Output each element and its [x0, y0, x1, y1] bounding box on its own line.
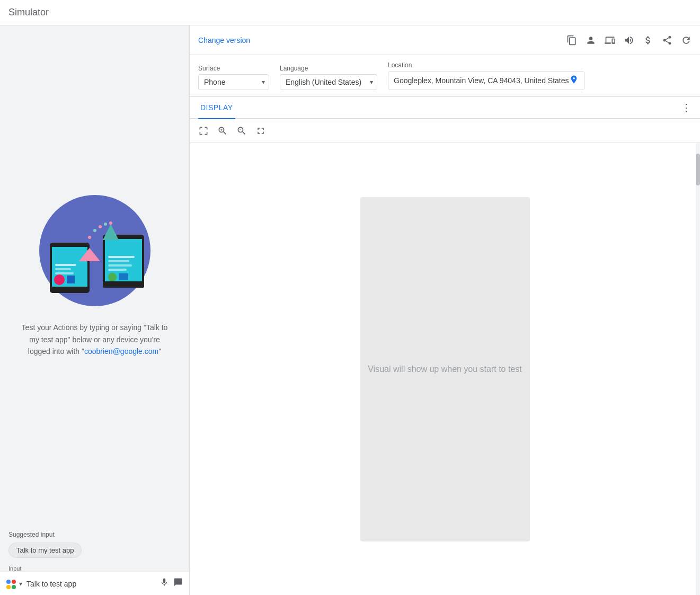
ga-dot-yellow	[6, 585, 11, 589]
dollar-icon[interactable]	[643, 35, 653, 46]
input-field[interactable]	[26, 580, 155, 588]
user-email: coobrien@google.com	[84, 347, 158, 356]
fit-screen-button[interactable]	[196, 123, 211, 138]
svg-rect-15	[108, 269, 127, 271]
copy-icon[interactable]	[566, 35, 577, 46]
ga-dot-red	[12, 580, 16, 584]
svg-rect-6	[55, 272, 74, 274]
suggested-input-label: Suggested input	[8, 531, 181, 538]
display-tabs: DISPLAY ⋮	[190, 97, 700, 119]
svg-rect-13	[108, 260, 129, 262]
dropdown-arrow[interactable]: ▾	[19, 580, 22, 588]
location-label: Location	[388, 61, 584, 69]
svg-rect-3	[50, 287, 90, 291]
fullscreen-button[interactable]	[253, 123, 268, 138]
phone-mockup: Visual will show up when you start to te…	[360, 197, 530, 541]
main-layout: Test your Actions by typing or saying "T…	[0, 25, 700, 595]
location-field: Googleplex, Mountain View, CA 94043, Uni…	[388, 71, 584, 90]
share-icon[interactable]	[662, 35, 672, 46]
svg-rect-4	[55, 264, 76, 266]
language-select-wrapper: English (United States) English (UK) Fre…	[280, 74, 377, 90]
ga-dot-green	[12, 585, 16, 589]
svg-rect-8	[67, 276, 75, 283]
left-panel: Test your Actions by typing or saying "T…	[0, 25, 190, 595]
assistant-icon[interactable]	[6, 580, 15, 588]
language-select[interactable]: English (United States) English (UK) Fre…	[280, 74, 377, 90]
input-section-label: Input	[0, 562, 189, 572]
display-area: Visual will show up when you start to te…	[190, 143, 700, 595]
svg-point-16	[108, 273, 117, 281]
svg-point-22	[99, 225, 102, 228]
svg-rect-14	[108, 264, 132, 267]
description-text: Test your Actions by typing or saying "T…	[21, 322, 169, 357]
svg-point-23	[104, 223, 107, 226]
surface-select[interactable]: Phone Smart Display Smart Speaker	[198, 74, 269, 90]
right-panel: Change version	[190, 25, 700, 595]
refresh-icon[interactable]	[681, 35, 692, 46]
language-label: Language	[280, 65, 377, 72]
caption-icon[interactable]	[173, 578, 183, 590]
zoom-out-button[interactable]	[234, 123, 249, 138]
display-placeholder: Visual will show up when you start to te…	[368, 365, 522, 374]
simulator-illustration	[37, 192, 153, 309]
suggested-input-section: Suggested input Talk to my test app	[0, 525, 189, 562]
mic-icon[interactable]	[160, 578, 169, 590]
more-options-icon[interactable]: ⋮	[681, 101, 692, 114]
location-value: Googleplex, Mountain View, CA 94043, Uni…	[394, 76, 569, 85]
devices-icon[interactable]	[605, 35, 615, 46]
svg-point-20	[88, 236, 91, 239]
language-group: Language English (United States) English…	[280, 65, 377, 90]
surface-group: Surface Phone Smart Display Smart Speake…	[198, 65, 269, 90]
top-bar: Simulator	[0, 0, 700, 25]
settings-bar: Surface Phone Smart Display Smart Speake…	[190, 55, 700, 97]
volume-icon[interactable]	[624, 35, 634, 46]
svg-rect-17	[119, 273, 128, 280]
tab-display[interactable]: DISPLAY	[198, 97, 235, 119]
change-version-button[interactable]: Change version	[198, 36, 250, 45]
scrollbar-thumb	[696, 154, 700, 185]
left-panel-content: Test your Actions by typing or saying "T…	[0, 25, 189, 525]
svg-point-7	[54, 274, 65, 285]
app-title: Simulator	[8, 7, 49, 18]
location-group: Location Googleplex, Mountain View, CA 9…	[388, 61, 584, 90]
svg-point-21	[93, 229, 96, 232]
location-pin-icon[interactable]	[569, 75, 579, 86]
surface-label: Surface	[198, 65, 269, 72]
surface-select-wrapper: Phone Smart Display Smart Speaker	[198, 74, 269, 90]
right-icons	[566, 35, 692, 46]
zoom-in-button[interactable]	[215, 123, 230, 138]
svg-rect-11	[103, 283, 144, 288]
scrollbar-track[interactable]	[696, 143, 700, 595]
account-icon[interactable]	[586, 35, 596, 46]
ga-dot-blue	[6, 580, 11, 584]
display-controls	[190, 119, 700, 143]
svg-point-24	[109, 221, 112, 225]
right-toolbar: Change version	[190, 25, 700, 55]
svg-rect-5	[55, 268, 71, 270]
svg-rect-12	[108, 256, 135, 258]
input-bar: ▾	[0, 572, 189, 595]
suggested-chip[interactable]: Talk to my test app	[8, 543, 82, 558]
